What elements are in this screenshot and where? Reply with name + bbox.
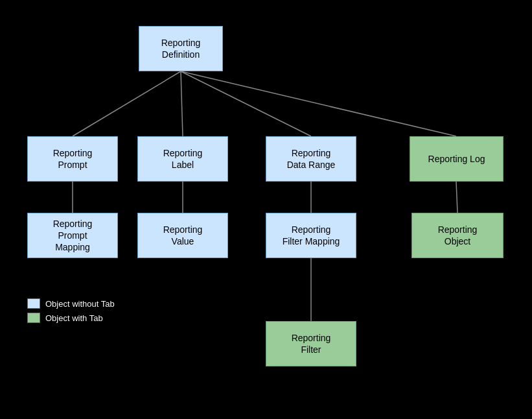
reporting-prompt-node: Reporting Prompt (27, 136, 118, 182)
legend-item-with-tab: Object with Tab (27, 313, 115, 323)
legend-label-no-tab: Object without Tab (45, 299, 115, 309)
reporting-value-node: Reporting Value (137, 213, 228, 258)
svg-line-0 (73, 71, 181, 136)
legend-box-no-tab (27, 298, 40, 309)
reporting-filter-mapping-node: Reporting Filter Mapping (266, 213, 356, 258)
svg-line-7 (456, 182, 457, 213)
legend-label-with-tab: Object with Tab (45, 313, 103, 323)
reporting-object-node: Reporting Object (411, 213, 503, 258)
svg-line-1 (181, 71, 183, 136)
reporting-definition-node: Reporting Definition (139, 26, 223, 71)
legend-item-no-tab: Object without Tab (27, 298, 115, 309)
reporting-data-range-node: Reporting Data Range (266, 136, 356, 182)
reporting-log-node: Reporting Log (410, 136, 503, 182)
reporting-filter-node: Reporting Filter (266, 321, 356, 366)
legend: Object without Tab Object with Tab (27, 298, 115, 323)
reporting-prompt-mapping-node: Reporting Prompt Mapping (27, 213, 118, 258)
svg-line-3 (181, 71, 456, 136)
reporting-label-node: Reporting Label (137, 136, 228, 182)
diagram: Reporting Definition Reporting Prompt Re… (0, 0, 532, 419)
legend-box-with-tab (27, 313, 40, 323)
svg-line-2 (181, 71, 311, 136)
